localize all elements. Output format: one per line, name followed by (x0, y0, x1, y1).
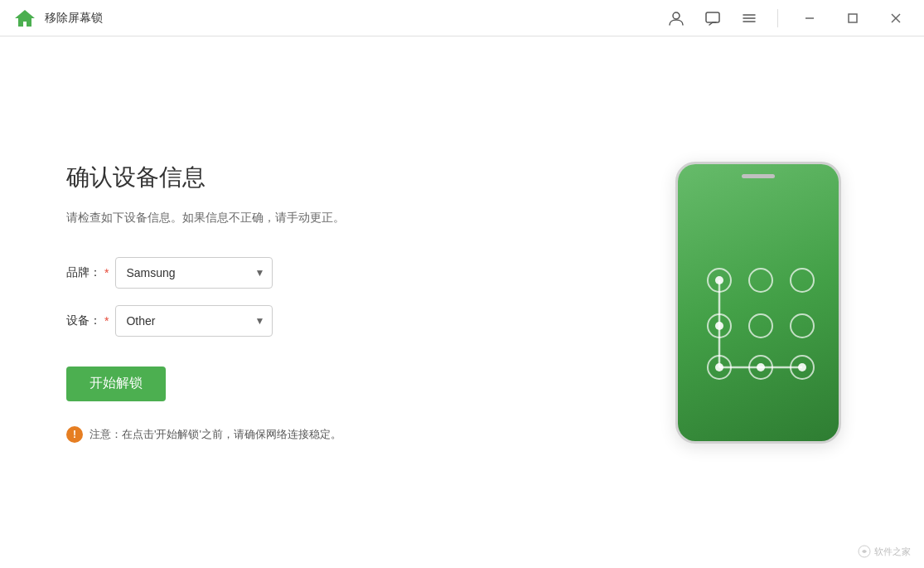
page-title: 确认设备信息 (66, 162, 526, 193)
svg-point-20 (749, 314, 772, 337)
device-label: 设备： * (66, 313, 109, 328)
title-bar: 移除屏幕锁 (0, 0, 924, 36)
brand-required: * (104, 266, 109, 279)
device-form-row: 设备： * Other Galaxy S21 Galaxy S20 Galaxy… (66, 305, 526, 337)
close-button[interactable] (881, 3, 911, 33)
svg-point-23 (715, 363, 723, 371)
left-panel: 确认设备信息 请检查如下设备信息。如果信息不正确，请手动更正。 品牌： * Sa… (0, 36, 593, 568)
minimize-button[interactable] (795, 3, 825, 33)
svg-point-16 (749, 269, 772, 292)
svg-point-15 (715, 276, 723, 284)
menu-icon-button[interactable] (738, 7, 761, 30)
watermark: 软件之家 (858, 545, 911, 558)
start-unlock-button[interactable]: 开始解锁 (66, 367, 166, 401)
app-icon (13, 7, 36, 30)
phone-frame (675, 162, 841, 444)
brand-label: 品牌： * (66, 265, 109, 280)
pattern-svg (678, 164, 841, 444)
device-select[interactable]: Other Galaxy S21 Galaxy S20 Galaxy Note … (115, 305, 273, 337)
svg-point-25 (757, 363, 765, 371)
user-icon-button[interactable] (665, 7, 688, 30)
phone-container (675, 162, 841, 444)
chat-icon-button[interactable] (701, 7, 724, 30)
phone-screen (678, 164, 839, 441)
svg-rect-2 (706, 12, 719, 22)
phone-speaker (742, 174, 775, 178)
svg-point-27 (798, 363, 806, 371)
svg-rect-7 (849, 14, 857, 22)
title-separator (777, 9, 778, 27)
svg-point-21 (791, 314, 814, 337)
page-subtitle: 请检查如下设备信息。如果信息不正确，请手动更正。 (66, 208, 526, 226)
main-content: 确认设备信息 请检查如下设备信息。如果信息不正确，请手动更正。 品牌： * Sa… (0, 36, 924, 568)
svg-point-19 (715, 322, 723, 330)
watermark-text: 软件之家 (874, 546, 911, 558)
svg-point-1 (673, 12, 680, 19)
app-title: 移除屏幕锁 (45, 11, 103, 26)
title-bar-left: 移除屏幕锁 (13, 7, 103, 30)
brand-select-wrapper: Samsung Apple Huawei Xiaomi OPPO Vivo ▼ (115, 257, 273, 289)
notice-icon: ! (66, 426, 83, 443)
device-required: * (104, 314, 109, 328)
svg-marker-0 (15, 10, 35, 27)
title-bar-right (665, 3, 911, 33)
brand-form-row: 品牌： * Samsung Apple Huawei Xiaomi OPPO V… (66, 257, 526, 289)
notice-row: ! 注意：在点击'开始解锁'之前，请确保网络连接稳定。 (66, 426, 526, 443)
brand-select[interactable]: Samsung Apple Huawei Xiaomi OPPO Vivo (115, 257, 273, 289)
right-panel (593, 36, 924, 568)
watermark-icon (858, 545, 871, 558)
device-select-wrapper: Other Galaxy S21 Galaxy S20 Galaxy Note … (115, 305, 273, 337)
svg-point-17 (791, 269, 814, 292)
maximize-button[interactable] (838, 3, 868, 33)
notice-text: 注意：在点击'开始解锁'之前，请确保网络连接稳定。 (89, 426, 341, 443)
